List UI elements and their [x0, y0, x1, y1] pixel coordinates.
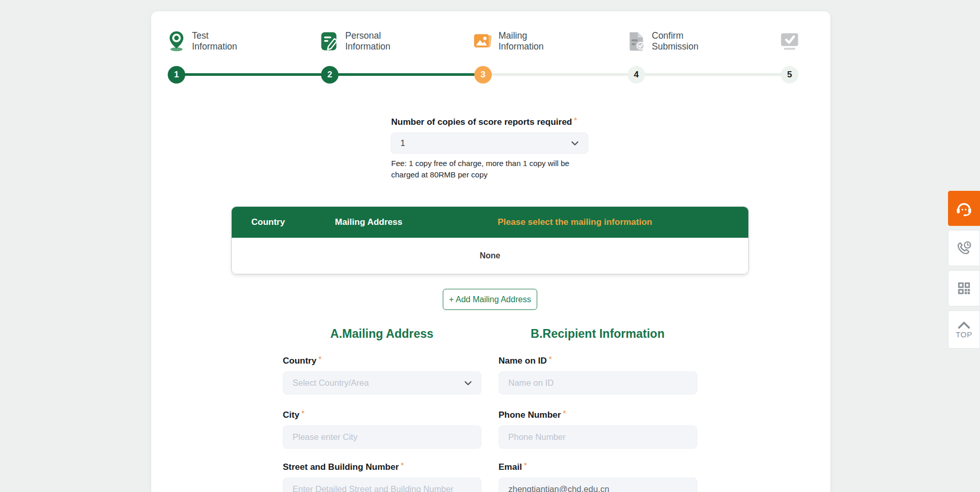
email-field: Email* [499, 461, 697, 492]
city-field: City* [283, 409, 481, 449]
top-label: TOP [956, 330, 972, 339]
section-title-mailing-address: A.Mailing Address [299, 327, 464, 341]
mailing-table-empty-row: None [232, 238, 748, 274]
phone-field: Phone Number* [499, 409, 697, 449]
step-label: Test Information [192, 30, 264, 52]
city-input[interactable] [283, 425, 481, 449]
name-on-id-input[interactable] [499, 371, 697, 395]
required-mark: * [318, 355, 321, 363]
location-pin-icon [165, 30, 188, 53]
copies-select-value: 1 [391, 139, 569, 148]
email-label: Email* [499, 461, 697, 472]
copies-label: Number of copies of score reports requir… [391, 116, 577, 127]
add-mailing-address-button[interactable]: + Add Mailing Address [443, 289, 537, 310]
column-header-mailing-address: Mailing Address [335, 207, 403, 238]
required-mark: * [524, 461, 526, 469]
back-to-top-button[interactable]: TOP [948, 310, 980, 349]
phone-history-button[interactable] [948, 230, 980, 266]
mailing-address-table: Country Mailing Address Please select th… [231, 206, 749, 274]
stepper: Test Information 1 Personal Information … [151, 30, 830, 88]
required-mark: * [574, 116, 576, 124]
step-label: Confirm Submission [652, 30, 724, 52]
chevron-down-icon [569, 138, 581, 149]
step-number[interactable]: 4 [628, 66, 645, 84]
email-input[interactable] [499, 478, 697, 492]
document-check-icon [625, 30, 648, 53]
name-on-id-label: Name on ID* [499, 355, 697, 366]
name-on-id-field: Name on ID* [499, 355, 697, 395]
chevron-down-icon [462, 378, 474, 389]
empty-text: None [480, 251, 501, 260]
required-mark: * [301, 409, 304, 417]
floating-side-menu: TOP [948, 191, 980, 353]
city-label-text: City [283, 410, 299, 420]
qr-code-button[interactable] [948, 270, 980, 306]
street-field: Street and Building Number* [283, 461, 481, 492]
country-select[interactable]: Select Country/Area [283, 371, 481, 395]
fee-note: Fee: 1 copy free of charge, more than 1 … [391, 158, 575, 181]
note-pen-icon [318, 30, 341, 53]
phone-label-text: Phone Number [499, 410, 561, 420]
required-mark: * [563, 409, 566, 417]
phone-input[interactable] [499, 425, 697, 449]
column-header-country: Country [251, 207, 285, 238]
step-label: Mailing Information [499, 30, 571, 52]
country-field: Country* Select Country/Area [283, 355, 481, 395]
city-label: City* [283, 409, 481, 420]
required-mark: * [401, 461, 404, 469]
chevron-up-icon [957, 321, 971, 329]
country-label-text: Country [283, 356, 316, 366]
name-on-id-label-text: Name on ID [499, 356, 547, 366]
main-card: Test Information 1 Personal Information … [151, 11, 830, 492]
step-label: Personal Information [345, 30, 417, 52]
step-number[interactable]: 5 [781, 66, 798, 84]
street-input[interactable] [283, 478, 481, 492]
street-label: Street and Building Number* [283, 461, 481, 472]
email-label-text: Email [499, 462, 522, 472]
qr-code-icon [955, 280, 973, 297]
headset-icon [954, 199, 974, 218]
step-number[interactable]: 3 [474, 66, 492, 84]
section-title-recipient-info: B.Recipient Information [515, 327, 680, 341]
copies-label-text: Number of copies of score reports requir… [391, 117, 572, 127]
phone-clock-icon [955, 239, 973, 257]
step-number[interactable]: 2 [321, 66, 339, 84]
country-select-placeholder: Select Country/Area [283, 378, 462, 388]
step-number[interactable]: 1 [168, 66, 185, 84]
monitor-check-icon [778, 30, 801, 53]
street-label-text: Street and Building Number [283, 462, 399, 472]
photo-icon [472, 30, 494, 53]
mailing-table-header: Country Mailing Address Please select th… [232, 207, 748, 238]
customer-service-button[interactable] [948, 191, 980, 226]
copies-select[interactable]: 1 [391, 133, 588, 154]
required-mark: * [549, 355, 552, 363]
phone-label: Phone Number* [499, 409, 697, 420]
table-notice: Please select the mailing information [467, 207, 683, 238]
country-label: Country* [283, 355, 481, 366]
